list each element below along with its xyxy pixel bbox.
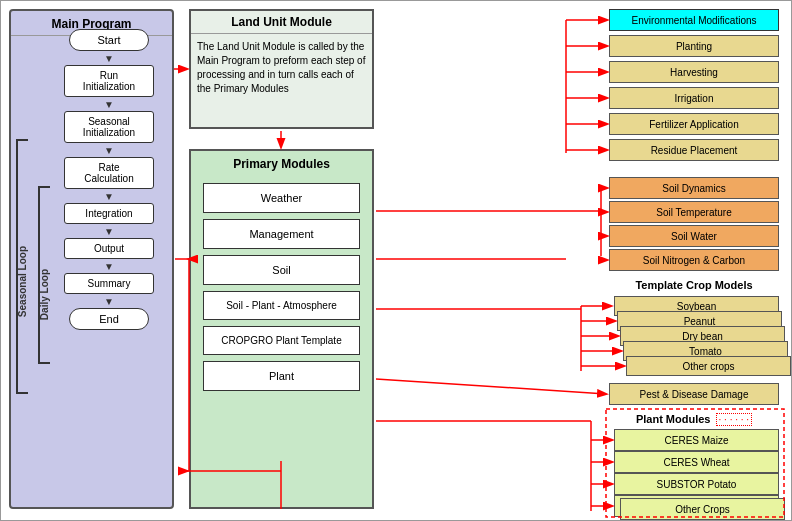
primary-modules-title: Primary Modules	[191, 151, 372, 177]
management-box: Management	[203, 219, 360, 249]
mgmt-planting: Planting	[609, 35, 779, 57]
svg-line-24	[376, 379, 606, 394]
template-othercrops: Other crops	[626, 356, 791, 376]
weather-box: Weather	[203, 183, 360, 213]
plant-box: Plant	[203, 361, 360, 391]
soil-nitrogen: Soil Nitrogen & Carbon	[609, 249, 779, 271]
pest-disease-box: Pest & Disease Damage	[609, 383, 779, 405]
mgmt-irrigation: Irrigation	[609, 87, 779, 109]
integration-box: Integration	[64, 203, 154, 224]
start-box: Start	[69, 29, 149, 51]
run-init-box: RunInitialization	[64, 65, 154, 97]
arrow-rate-integration: ▼	[54, 191, 164, 203]
cropgro-box: CROPGRO Plant Template	[203, 326, 360, 355]
seasonal-loop-label: Seasonal Loop	[17, 246, 28, 317]
plant-ceres-maize: CERES Maize	[614, 429, 779, 451]
main-flow: Start ▼ RunInitialization ▼ SeasonalInit…	[54, 29, 164, 330]
plant-other-crops: Other Crops	[620, 498, 785, 520]
soil-box: Soil	[203, 255, 360, 285]
summary-box: Summary	[64, 273, 154, 294]
output-box: Output	[64, 238, 154, 259]
plant-modules-header: Plant Modules · · · · · ·	[609, 413, 779, 425]
soil-temperature: Soil Temperature	[609, 201, 779, 223]
end-box: End	[69, 308, 149, 330]
seasonal-init-box: SeasonalInitialization	[64, 111, 154, 143]
land-unit-title: Land Unit Module	[191, 11, 372, 34]
arrow-run-seasonal: ▼	[54, 99, 164, 111]
daily-loop-label: Daily Loop	[39, 269, 50, 320]
mgmt-harvesting: Harvesting	[609, 61, 779, 83]
soil-plant-atm-box: Soil - Plant - Atmosphere	[203, 291, 360, 320]
mgmt-fertilizer: Fertilizer Application	[609, 113, 779, 135]
arrow-seasonal-rate: ▼	[54, 145, 164, 157]
soil-dynamics: Soil Dynamics	[609, 177, 779, 199]
plant-substor-potato: SUBSTOR Potato	[614, 473, 779, 495]
environmental-mod-box: Environmental Modifications	[609, 9, 779, 31]
land-unit-panel: Land Unit Module The Land Unit Module is…	[189, 9, 374, 129]
land-unit-description: The Land Unit Module is called by the Ma…	[191, 34, 372, 102]
diagram-container: Main Program Seasonal Loop Daily Loop St…	[0, 0, 792, 521]
arrow-output-summary: ▼	[54, 261, 164, 273]
soil-water: Soil Water	[609, 225, 779, 247]
plant-modules-dotted-border: · · · · · ·	[716, 413, 753, 426]
rate-calc-box: RateCalculation	[64, 157, 154, 189]
template-crop-header: Template Crop Models	[609, 279, 779, 291]
plant-ceres-wheat: CERES Wheat	[614, 451, 779, 473]
arrow-start-run: ▼	[54, 53, 164, 65]
arrow-integration-output: ▼	[54, 226, 164, 238]
mgmt-residue: Residue Placement	[609, 139, 779, 161]
arrow-summary-end: ▼	[54, 296, 164, 308]
primary-modules-panel: Primary Modules Weather Management Soil …	[189, 149, 374, 509]
main-program-panel: Main Program Seasonal Loop Daily Loop St…	[9, 9, 174, 509]
